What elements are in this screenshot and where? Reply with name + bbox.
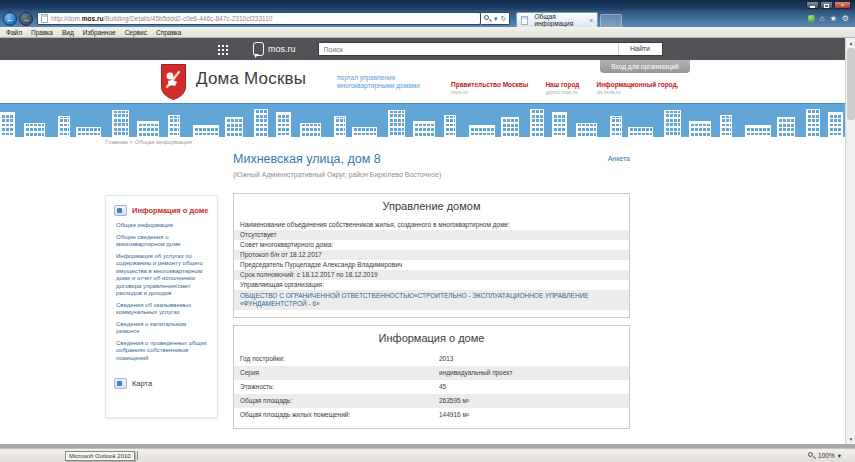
minimize-button[interactable]	[806, 1, 819, 9]
search-icon[interactable]	[484, 15, 491, 22]
building-silhouette	[225, 117, 243, 137]
breadcrumb-home[interactable]: Главная	[105, 139, 128, 145]
zoom-magnifier-icon	[808, 452, 815, 459]
sidebar-item-building-details[interactable]: Общие сведения о многоквартирном доме	[116, 234, 209, 249]
header-links: Правительство Москвы mos.ru Наш город go…	[451, 81, 678, 95]
mosru-logo[interactable]: mos.ru	[253, 42, 296, 56]
building-silhouette	[444, 115, 456, 137]
management-row: Наименование объединения собственников ж…	[234, 220, 629, 230]
building-silhouette	[552, 112, 567, 137]
breadcrumb-current: Общая информация	[135, 139, 192, 145]
sidebar-item-general-info[interactable]: Общая информация	[116, 222, 209, 230]
site-title: Дома Москвы	[196, 69, 306, 89]
building-silhouette	[720, 115, 732, 137]
messenger-icon[interactable]	[808, 15, 815, 22]
building-silhouette	[58, 116, 70, 137]
search-input[interactable]	[319, 43, 618, 55]
gear-icon[interactable]: ⚙	[842, 15, 849, 23]
new-tab-button[interactable]	[600, 14, 622, 27]
sidebar-section-info-title: Информация о доме	[132, 206, 208, 215]
menu-help[interactable]: Справка	[156, 29, 182, 36]
search-submit-button[interactable]: Найти	[618, 43, 662, 55]
address-bar[interactable]: http://dom.mos.ru/Building/Details/45b5d…	[37, 12, 481, 25]
tab-close-icon[interactable]: ×	[589, 17, 593, 24]
building-silhouette	[469, 125, 495, 137]
tab-title: Общая информация	[534, 13, 586, 27]
org-login-button[interactable]: Вход для организаций	[600, 60, 690, 73]
building-silhouette	[806, 109, 820, 137]
sidebar-section-map-title[interactable]: Карта	[132, 379, 152, 388]
page-viewport: mos.ru Найти Дома Москвы портал управлен…	[0, 38, 845, 444]
building-silhouette	[0, 112, 15, 137]
tab-general-info[interactable]: Общая информация ×	[516, 12, 598, 27]
zoom-control[interactable]: 100% ▾	[808, 452, 841, 460]
breadcrumb-separator: >	[130, 139, 134, 145]
browser-menubar: Файл Правка Вид Избранное Сервис Справка	[0, 27, 855, 38]
scroll-down-icon[interactable]: ▼	[846, 434, 855, 444]
ie-window: × ← → http://dom.mos.ru/Building/Details…	[0, 0, 855, 462]
menu-tools[interactable]: Сервис	[125, 29, 147, 36]
building-silhouette	[388, 110, 405, 137]
info-row: Год постройки:2013	[234, 352, 629, 366]
link-our-city[interactable]: Наш город gorod.mos.ru	[545, 81, 579, 95]
building-silhouette	[334, 116, 346, 137]
building-silhouette	[689, 121, 711, 137]
close-window-button[interactable]: ×	[834, 1, 851, 9]
building-silhouette	[501, 117, 519, 137]
apps-grid-icon[interactable]	[218, 44, 229, 55]
forward-button[interactable]: →	[19, 12, 33, 26]
menu-edit[interactable]: Правка	[31, 29, 53, 36]
maximize-button[interactable]	[820, 1, 833, 9]
mosru-bubble-icon	[253, 42, 264, 56]
info-row: Общая площадь:263595 м²	[234, 394, 629, 408]
menu-view[interactable]: Вид	[62, 29, 74, 36]
sidebar: Информация о доме Общая информация Общие…	[105, 195, 218, 418]
tab-favicon	[521, 16, 528, 25]
sidebar-item-utilities[interactable]: Сведения об оказываемых коммунальных усл…	[116, 302, 209, 317]
sidebar-item-capital-repair[interactable]: Сведения о капитальном ремонте	[116, 321, 209, 336]
vertical-scrollbar[interactable]: ▲ ▼	[845, 38, 855, 444]
management-row: Отсутствует	[234, 230, 629, 240]
link-information-city[interactable]: Информационный город, dit.mos.ru	[596, 81, 678, 95]
building-silhouette	[777, 117, 795, 137]
menu-file[interactable]: Файл	[6, 29, 22, 36]
management-panel: Управление домом Наименование объединени…	[233, 193, 630, 318]
management-row: Протокол б/н от 18.12.2017	[234, 250, 629, 260]
building-silhouette	[254, 109, 268, 137]
scrollbar-thumb[interactable]	[847, 48, 855, 120]
anketa-link[interactable]: Анкета	[608, 155, 630, 166]
home-icon[interactable]: ⌂	[820, 15, 825, 23]
scroll-up-icon[interactable]: ▲	[846, 38, 855, 48]
building-silhouette	[828, 112, 843, 137]
site-subtitle: портал управления многоквартирными домам…	[337, 74, 420, 89]
refresh-icon[interactable]: ↻	[501, 15, 507, 23]
page-title: Михневская улица, дом 8	[233, 152, 381, 166]
link-moscow-government[interactable]: Правительство Москвы mos.ru	[451, 81, 528, 95]
management-row: Председатель Пурцеладзе Александр Владим…	[234, 260, 629, 270]
url-text: http://dom.mos.ru/Building/Details/45b5d…	[51, 15, 272, 22]
managing-organization-link[interactable]: ОБЩЕСТВО С ОГРАНИЧЕННОЙ ОТВЕТСТВЕННОСТЬЮ…	[234, 290, 629, 310]
mosru-topbar: mos.ru Найти	[0, 38, 845, 60]
management-row: Совет многоквартирного дома:	[234, 240, 629, 250]
management-panel-title: Управление домом	[234, 194, 629, 220]
sidebar-item-owner-meetings[interactable]: Сведения о проведенных общих собраниях с…	[116, 340, 209, 363]
building-silhouette	[193, 125, 219, 137]
building-silhouette	[745, 125, 771, 137]
chevron-down-icon[interactable]: ▾	[494, 15, 498, 23]
house-info-panel-title: Информация о доме	[234, 326, 629, 352]
management-row: Срок полномочий: с 18.12.2017 по 18.12.2…	[234, 270, 629, 280]
zoom-dropdown-icon[interactable]: ▾	[838, 452, 841, 460]
info-row: Общая площадь жилых помещений:144916 м²	[234, 408, 629, 422]
back-button[interactable]: ←	[3, 12, 17, 26]
moscow-coat-of-arms-icon	[160, 63, 187, 100]
building-silhouette	[168, 115, 180, 137]
window-titlebar: ×	[0, 0, 855, 10]
map-icon	[114, 378, 127, 389]
building-silhouette	[137, 121, 159, 137]
status-bar: Microsoft Outlook 2010 100% ▾	[0, 448, 855, 462]
star-icon[interactable]: ★	[830, 15, 837, 23]
tooltip-caret	[137, 451, 138, 460]
sidebar-item-services-report[interactable]: Информация об услугах по содержанию и ре…	[116, 253, 209, 298]
cityscape-banner	[0, 103, 845, 137]
menu-favorites[interactable]: Избранное	[83, 29, 116, 36]
